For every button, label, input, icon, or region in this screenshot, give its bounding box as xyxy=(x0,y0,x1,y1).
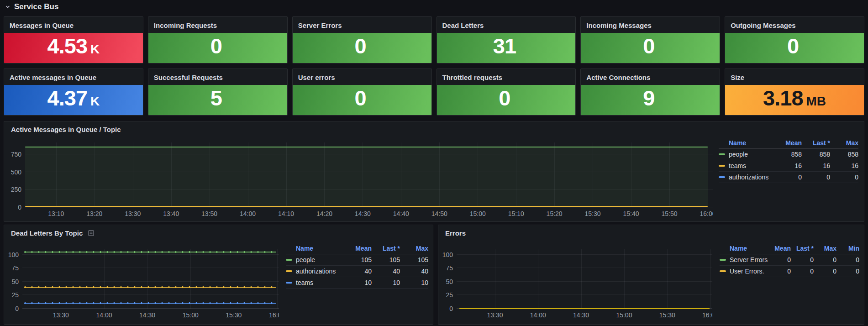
stat-panel-title[interactable]: Outgoing Messages xyxy=(725,17,864,33)
x-tick-label: 16:00 xyxy=(269,311,279,319)
series-mean: 105 xyxy=(343,256,372,263)
legend-header-min[interactable]: Min xyxy=(836,245,859,252)
stat-panel-title[interactable]: User errors xyxy=(293,69,431,85)
series-swatch xyxy=(286,259,292,261)
y-tick-label: 25 xyxy=(11,292,19,298)
gridline-vertical xyxy=(667,249,668,309)
stat-value: 0 xyxy=(210,33,222,59)
legend-header-max[interactable]: Max xyxy=(814,245,836,252)
legend-series-toggle[interactable]: people xyxy=(719,151,773,158)
legend-row: teams 16 16 16 xyxy=(719,160,858,172)
series-max: 40 xyxy=(400,268,428,275)
stat-panel-title[interactable]: Server Errors xyxy=(293,17,431,33)
legend-series-toggle[interactable]: authorizations xyxy=(719,174,773,181)
series-line xyxy=(25,207,708,207)
legend-header-max[interactable]: Max xyxy=(400,245,428,252)
plot-area[interactable] xyxy=(457,249,712,309)
legend-header-mean[interactable]: Mean xyxy=(768,245,791,252)
series-mean: 858 xyxy=(773,151,802,158)
x-tick-label: 13:50 xyxy=(201,210,217,217)
stat-unit: K xyxy=(90,94,100,109)
panel-title[interactable]: Errors xyxy=(445,229,466,237)
stat-value: 3.18 xyxy=(763,85,803,111)
legend-header-last[interactable]: Last * xyxy=(791,245,814,252)
legend-series-toggle[interactable]: teams xyxy=(286,279,343,286)
stat-value-area: 5 xyxy=(148,85,287,115)
series-name: teams xyxy=(296,279,313,286)
y-tick-label: 50 xyxy=(446,279,453,285)
stat-panel: Active Connections 9 xyxy=(580,68,720,116)
stat-value: 0 xyxy=(355,85,366,111)
legend-series-toggle[interactable]: teams xyxy=(719,162,773,169)
stat-panel: Incoming Messages 0 xyxy=(580,16,720,63)
legend-header-last[interactable]: Last * xyxy=(802,139,830,147)
series-max: 16 xyxy=(830,162,858,169)
series-last: 40 xyxy=(372,268,400,275)
gridline-vertical xyxy=(234,249,234,309)
stat-value-area: 0 xyxy=(437,85,576,115)
stat-value-area: 0 xyxy=(581,33,720,63)
stat-panel-title[interactable]: Size xyxy=(725,69,864,85)
legend-series-toggle[interactable]: authorizations xyxy=(286,268,343,275)
stat-panel-title[interactable]: Successful Requests xyxy=(148,69,287,85)
stat-value: 5 xyxy=(210,85,222,111)
series-last: 105 xyxy=(372,256,400,263)
legend-series-toggle[interactable]: User Errors. xyxy=(720,268,768,275)
stat-value-area: 4.37 K xyxy=(4,85,143,115)
panel-title[interactable]: Active Messages in Queue / Topic xyxy=(11,126,121,133)
legend-header-last[interactable]: Last * xyxy=(372,245,400,252)
x-tick-label: 15:00 xyxy=(470,210,486,217)
stat-panel: Dead Letters 31 xyxy=(437,16,576,63)
panel-description-icon[interactable] xyxy=(88,230,95,237)
panel-dead-letters-by-topic: Dead Letters By Topic 0255075100 13:3014… xyxy=(4,225,433,325)
stat-value-area: 0 xyxy=(725,33,864,63)
stat-unit: K xyxy=(90,42,100,57)
stat-panel: Active messages in Queue 4.37 K xyxy=(4,68,143,116)
legend-header-mean[interactable]: Mean xyxy=(773,139,802,147)
y-axis: 0250500750 xyxy=(7,142,22,207)
x-tick-label: 15:10 xyxy=(508,210,524,217)
gridline-horizontal xyxy=(22,294,279,295)
legend-header-max[interactable]: Max xyxy=(830,139,858,147)
series-swatch xyxy=(719,153,725,155)
stat-panel: Size 3.18 MB xyxy=(725,68,864,116)
x-tick-label: 15:50 xyxy=(661,210,677,217)
gridline-vertical xyxy=(104,249,105,309)
stat-panel-title[interactable]: Incoming Requests xyxy=(148,17,287,33)
legend-header-name[interactable]: Name xyxy=(720,245,768,252)
stat-panel-title[interactable]: Dead Letters xyxy=(437,17,576,33)
gridline-horizontal xyxy=(22,254,279,255)
legend-header-name[interactable]: Name xyxy=(719,139,773,147)
stat-panel-title[interactable]: Active Connections xyxy=(581,69,720,85)
series-mean: 40 xyxy=(343,268,372,275)
plot-area[interactable] xyxy=(22,249,279,309)
legend-row: User Errors. 0 0 0 0 xyxy=(720,266,859,277)
series-name: teams xyxy=(729,162,746,169)
stat-panel-title[interactable]: Throttled requests xyxy=(437,69,576,85)
series-name: authorizations xyxy=(729,174,768,181)
legend-header-name[interactable]: Name xyxy=(286,245,343,252)
legend-series-toggle[interactable]: Server Errors. xyxy=(720,256,768,263)
row-header-service-bus[interactable]: Service Bus xyxy=(5,0,58,13)
y-tick-label: 100 xyxy=(442,252,453,258)
legend-header-mean[interactable]: Mean xyxy=(343,245,372,252)
chevron-down-icon xyxy=(5,4,11,10)
gridline-horizontal xyxy=(22,281,279,282)
legend-row: authorizations 40 40 40 xyxy=(286,266,428,277)
stat-panel-title[interactable]: Incoming Messages xyxy=(581,17,720,33)
series-point-markers xyxy=(459,307,710,309)
series-min: 0 xyxy=(836,256,859,263)
plot-area[interactable] xyxy=(25,142,713,207)
stat-panel-title[interactable]: Active messages in Queue xyxy=(4,69,143,85)
panel-title[interactable]: Dead Letters By Topic xyxy=(11,229,83,237)
legend-table: Name Mean Last * Max Min Server Errors. … xyxy=(720,243,859,277)
x-tick-label: 14:20 xyxy=(316,210,332,217)
series-max: 858 xyxy=(830,151,858,158)
x-tick-label: 13:10 xyxy=(48,210,64,217)
stat-value-area: 31 xyxy=(437,33,576,63)
stat-panel-title[interactable]: Messages in Queue xyxy=(4,17,143,33)
gridline-vertical xyxy=(581,249,582,309)
stat-value: 0 xyxy=(643,33,654,59)
gridline-horizontal xyxy=(22,268,279,268)
legend-series-toggle[interactable]: people xyxy=(286,256,343,263)
